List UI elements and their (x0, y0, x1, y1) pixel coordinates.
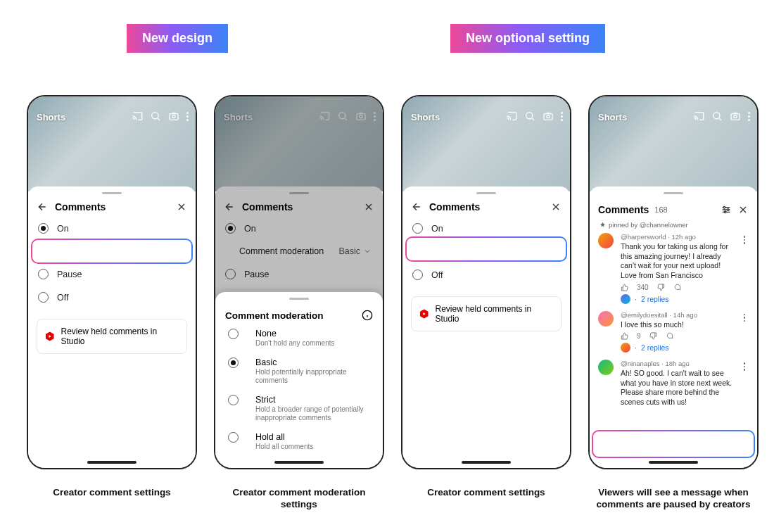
replies-link[interactable]: ·2 replies (590, 294, 757, 304)
cast-icon[interactable] (132, 110, 143, 122)
drag-handle[interactable] (664, 192, 683, 194)
radio-icon (38, 292, 49, 303)
shorts-label: Shorts (224, 112, 253, 122)
back-icon[interactable] (37, 201, 48, 213)
camera-icon[interactable] (168, 110, 179, 122)
drag-handle[interactable] (289, 298, 309, 300)
avatar[interactable] (598, 233, 614, 248)
mod-label: Strict (255, 395, 370, 405)
mod-desc: Hold a broader range of potentially inap… (255, 405, 370, 422)
moderation-row[interactable]: Comment moderation Basic (28, 240, 196, 262)
more-icon[interactable] (374, 112, 376, 121)
radio-label: Off (431, 270, 443, 280)
review-held-card[interactable]: Review held comments in Studio (37, 319, 187, 354)
search-icon[interactable] (711, 110, 723, 122)
close-icon[interactable] (550, 201, 562, 213)
radio-off[interactable]: Off (28, 286, 196, 309)
search-icon[interactable] (337, 110, 348, 122)
svg-point-0 (152, 113, 158, 119)
mod-option-basic[interactable]: BasicHold potentially inappropriate comm… (215, 353, 383, 390)
camera-icon[interactable] (730, 110, 741, 122)
home-bar (649, 461, 698, 464)
video-background: Shorts (590, 96, 757, 191)
captions-row: Creator comment settings Creator comment… (0, 487, 774, 511)
camera-icon[interactable] (543, 110, 554, 122)
search-icon[interactable] (150, 110, 161, 122)
radio-label: Off (57, 293, 68, 303)
mod-option-none[interactable]: NoneDon't hold any comments (215, 324, 383, 353)
radio-off[interactable]: Off (402, 263, 570, 286)
radio-pause[interactable]: Pause (28, 262, 196, 286)
thumb-down-icon[interactable] (657, 284, 665, 291)
comment-more-icon[interactable] (740, 233, 749, 291)
mod-option-holdall[interactable]: Hold allHold all comments (215, 427, 383, 456)
more-icon[interactable] (748, 112, 750, 121)
reply-icon[interactable] (666, 332, 673, 340)
mod-label: Hold all (255, 432, 313, 442)
thumb-up-icon[interactable] (621, 284, 628, 291)
comment-more-icon[interactable] (740, 311, 749, 341)
svg-point-10 (713, 113, 720, 119)
thumb-up-icon[interactable] (621, 332, 628, 340)
phone-4: Shorts Comments 168 pinned by @channelow… (588, 95, 759, 469)
video-background: Shorts (215, 96, 383, 191)
close-icon[interactable] (737, 204, 749, 215)
comment-user[interactable]: @emilydoesitall (621, 311, 668, 319)
comment-more-icon[interactable] (740, 360, 749, 407)
comment-user[interactable]: @harpersworld (621, 233, 666, 241)
review-held-card[interactable]: Review held comments in Studio (411, 296, 562, 331)
comment-time: 18h ago (666, 360, 690, 367)
radio-icon (38, 223, 49, 234)
svg-rect-4 (357, 114, 365, 120)
drag-handle[interactable] (476, 192, 496, 194)
sheet-header: Comments (28, 198, 196, 217)
phone-3: Shorts Comments On Pause (401, 95, 571, 469)
comment-time: 12h ago (671, 233, 695, 241)
replies-link[interactable]: ·2 replies (590, 343, 757, 353)
chevron-down-icon (176, 247, 184, 255)
radio-pause[interactable]: Pause (402, 240, 570, 263)
radio-label: Pause (57, 270, 82, 279)
cast-icon[interactable] (319, 110, 330, 122)
studio-hex-icon (44, 331, 55, 342)
back-icon[interactable] (411, 201, 422, 213)
comment-item: @harpersworld · 12h ago Thank you for ta… (590, 230, 757, 296)
mod-option-strict[interactable]: StrictHold a broader range of potentiall… (215, 390, 383, 427)
radio-icon (228, 329, 239, 339)
radio-on[interactable]: On (28, 217, 196, 240)
radio-icon (38, 269, 49, 279)
reply-icon[interactable] (673, 284, 681, 291)
avatar[interactable] (598, 311, 614, 327)
filter-icon[interactable] (721, 204, 732, 215)
badge-new-optional-setting: New optional setting (450, 24, 605, 53)
comments-count: 168 (654, 205, 667, 214)
radio-on[interactable]: On (402, 217, 570, 240)
phone-2: Shorts Comments On Comment moderation (214, 95, 384, 469)
svg-point-12 (734, 115, 737, 118)
learn-more-link[interactable]: Learn more (683, 440, 723, 448)
cast-icon[interactable] (693, 110, 704, 122)
close-icon[interactable] (176, 201, 187, 213)
top-icons (506, 110, 563, 122)
more-icon[interactable] (561, 112, 563, 121)
info-icon[interactable] (362, 310, 373, 321)
radio-label: On (57, 224, 69, 234)
shorts-label: Shorts (598, 112, 627, 122)
thumb-down-icon[interactable] (649, 332, 657, 340)
more-icon[interactable] (186, 112, 189, 121)
cast-icon[interactable] (506, 110, 517, 122)
viewer-comments-sheet: Comments 168 pinned by @channelowner @ha… (590, 186, 757, 468)
search-icon[interactable] (524, 110, 535, 122)
comments-header: Comments 168 (590, 198, 757, 220)
comment-user[interactable]: @ninanaples (621, 360, 660, 367)
top-icons (693, 110, 750, 122)
radio-icon (412, 246, 423, 257)
camera-icon[interactable] (355, 110, 367, 122)
phone-row: Shorts Comments On Comment moderation (27, 95, 759, 469)
caption-2: Creator comment moderation settings (214, 487, 384, 511)
studio-hex-icon (419, 308, 429, 319)
drag-handle[interactable] (102, 192, 122, 194)
avatar[interactable] (598, 360, 614, 375)
comment-time: 14h ago (673, 311, 697, 319)
phone-1: Shorts Comments On Comment moderation (27, 95, 197, 469)
